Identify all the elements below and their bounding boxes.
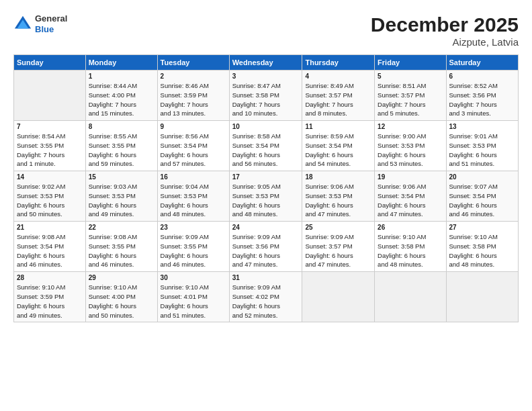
logo-text: General Blue — [35, 13, 67, 34]
day-cell: 17Sunrise: 9:05 AM Sunset: 3:53 PM Dayli… — [229, 171, 302, 222]
day-cell: 7Sunrise: 8:54 AM Sunset: 3:55 PM Daylig… — [14, 121, 86, 171]
day-number: 20 — [449, 173, 515, 181]
day-cell: 23Sunrise: 9:09 AM Sunset: 3:55 PM Dayli… — [157, 222, 229, 272]
day-number: 16 — [161, 173, 226, 181]
day-cell — [302, 272, 375, 322]
day-info: Sunrise: 9:09 AM Sunset: 3:55 PM Dayligh… — [161, 232, 226, 269]
day-number: 27 — [449, 224, 515, 231]
day-cell — [375, 272, 446, 322]
day-number: 6 — [449, 73, 515, 80]
day-number: 11 — [305, 123, 371, 130]
day-info: Sunrise: 9:03 AM Sunset: 3:53 PM Dayligh… — [89, 182, 154, 219]
day-number: 22 — [89, 224, 154, 231]
day-cell — [446, 272, 518, 322]
col-header-tuesday: Tuesday — [157, 55, 229, 71]
day-number: 1 — [89, 73, 154, 80]
day-cell: 25Sunrise: 9:09 AM Sunset: 3:57 PM Dayli… — [302, 222, 375, 272]
col-header-saturday: Saturday — [446, 55, 518, 71]
day-cell: 21Sunrise: 9:08 AM Sunset: 3:54 PM Dayli… — [14, 222, 86, 272]
day-cell: 31Sunrise: 9:09 AM Sunset: 4:02 PM Dayli… — [229, 272, 302, 322]
day-cell: 19Sunrise: 9:06 AM Sunset: 3:54 PM Dayli… — [375, 171, 446, 222]
day-info: Sunrise: 9:08 AM Sunset: 3:54 PM Dayligh… — [17, 232, 83, 269]
day-number: 25 — [305, 224, 371, 231]
day-cell: 6Sunrise: 8:52 AM Sunset: 3:56 PM Daylig… — [446, 71, 518, 121]
day-cell: 24Sunrise: 9:09 AM Sunset: 3:56 PM Dayli… — [229, 222, 302, 272]
week-row-0: 1Sunrise: 8:44 AM Sunset: 4:00 PM Daylig… — [14, 71, 519, 121]
day-info: Sunrise: 9:10 AM Sunset: 3:58 PM Dayligh… — [378, 232, 443, 269]
day-cell: 26Sunrise: 9:10 AM Sunset: 3:58 PM Dayli… — [375, 222, 446, 272]
day-info: Sunrise: 8:49 AM Sunset: 3:57 PM Dayligh… — [305, 81, 371, 118]
day-info: Sunrise: 9:09 AM Sunset: 3:57 PM Dayligh… — [305, 232, 371, 269]
day-cell: 3Sunrise: 8:47 AM Sunset: 3:58 PM Daylig… — [229, 71, 302, 121]
day-cell: 27Sunrise: 9:10 AM Sunset: 3:58 PM Dayli… — [446, 222, 518, 272]
day-number: 4 — [305, 73, 371, 80]
day-cell: 4Sunrise: 8:49 AM Sunset: 3:57 PM Daylig… — [302, 71, 375, 121]
logo-blue: Blue — [35, 24, 67, 35]
day-cell: 29Sunrise: 9:10 AM Sunset: 4:00 PM Dayli… — [85, 272, 157, 322]
day-cell: 30Sunrise: 9:10 AM Sunset: 4:01 PM Dayli… — [157, 272, 229, 322]
day-info: Sunrise: 9:04 AM Sunset: 3:53 PM Dayligh… — [161, 182, 226, 219]
day-number: 13 — [449, 123, 515, 130]
day-number: 3 — [232, 73, 300, 80]
day-info: Sunrise: 9:08 AM Sunset: 3:55 PM Dayligh… — [89, 232, 154, 269]
day-info: Sunrise: 9:01 AM Sunset: 3:53 PM Dayligh… — [449, 132, 515, 169]
day-cell: 10Sunrise: 8:58 AM Sunset: 3:54 PM Dayli… — [229, 121, 302, 171]
calendar-header-row: SundayMondayTuesdayWednesdayThursdayFrid… — [14, 55, 519, 71]
page-subtitle: Aizpute, Latvia — [371, 36, 519, 48]
day-number: 12 — [378, 123, 443, 130]
page-title: December 2025 — [371, 13, 519, 36]
day-number: 9 — [161, 123, 226, 130]
day-info: Sunrise: 9:02 AM Sunset: 3:53 PM Dayligh… — [17, 182, 83, 219]
day-number: 26 — [378, 224, 443, 231]
day-number: 28 — [17, 274, 83, 281]
week-row-3: 21Sunrise: 9:08 AM Sunset: 3:54 PM Dayli… — [14, 222, 519, 272]
col-header-wednesday: Wednesday — [229, 55, 302, 71]
day-info: Sunrise: 9:10 AM Sunset: 3:58 PM Dayligh… — [449, 232, 515, 269]
day-number: 29 — [89, 274, 154, 281]
day-number: 30 — [161, 274, 226, 281]
page-header: General Blue December 2025 Aizpute, Latv… — [13, 13, 519, 48]
logo-general: General — [35, 13, 67, 24]
day-cell: 9Sunrise: 8:56 AM Sunset: 3:54 PM Daylig… — [157, 121, 229, 171]
day-info: Sunrise: 9:00 AM Sunset: 3:53 PM Dayligh… — [378, 132, 443, 169]
day-info: Sunrise: 8:51 AM Sunset: 3:57 PM Dayligh… — [378, 81, 443, 118]
day-info: Sunrise: 8:56 AM Sunset: 3:54 PM Dayligh… — [161, 132, 226, 169]
day-number: 7 — [17, 123, 83, 130]
logo: General Blue — [13, 13, 67, 34]
day-cell: 2Sunrise: 8:46 AM Sunset: 3:59 PM Daylig… — [157, 71, 229, 121]
calendar-table: SundayMondayTuesdayWednesdayThursdayFrid… — [13, 54, 519, 322]
day-cell: 11Sunrise: 8:59 AM Sunset: 3:54 PM Dayli… — [302, 121, 375, 171]
day-cell — [14, 71, 86, 121]
day-info: Sunrise: 8:46 AM Sunset: 3:59 PM Dayligh… — [161, 81, 226, 118]
day-cell: 8Sunrise: 8:55 AM Sunset: 3:55 PM Daylig… — [85, 121, 157, 171]
day-info: Sunrise: 9:05 AM Sunset: 3:53 PM Dayligh… — [232, 182, 300, 219]
day-number: 17 — [232, 173, 300, 181]
day-number: 14 — [17, 173, 83, 181]
day-info: Sunrise: 9:09 AM Sunset: 4:02 PM Dayligh… — [232, 283, 300, 320]
title-block: December 2025 Aizpute, Latvia — [371, 13, 519, 48]
day-info: Sunrise: 8:58 AM Sunset: 3:54 PM Dayligh… — [232, 132, 300, 169]
day-info: Sunrise: 9:07 AM Sunset: 3:54 PM Dayligh… — [449, 182, 515, 219]
day-number: 18 — [305, 173, 371, 181]
day-info: Sunrise: 8:47 AM Sunset: 3:58 PM Dayligh… — [232, 81, 300, 118]
col-header-monday: Monday — [85, 55, 157, 71]
day-info: Sunrise: 9:10 AM Sunset: 4:01 PM Dayligh… — [161, 283, 226, 320]
day-info: Sunrise: 9:10 AM Sunset: 3:59 PM Dayligh… — [17, 283, 83, 320]
day-cell: 5Sunrise: 8:51 AM Sunset: 3:57 PM Daylig… — [375, 71, 446, 121]
day-cell: 12Sunrise: 9:00 AM Sunset: 3:53 PM Dayli… — [375, 121, 446, 171]
day-info: Sunrise: 9:09 AM Sunset: 3:56 PM Dayligh… — [232, 232, 300, 269]
day-info: Sunrise: 8:44 AM Sunset: 4:00 PM Dayligh… — [89, 81, 154, 118]
day-cell: 22Sunrise: 9:08 AM Sunset: 3:55 PM Dayli… — [85, 222, 157, 272]
day-cell: 15Sunrise: 9:03 AM Sunset: 3:53 PM Dayli… — [85, 171, 157, 222]
day-info: Sunrise: 8:59 AM Sunset: 3:54 PM Dayligh… — [305, 132, 371, 169]
day-info: Sunrise: 8:55 AM Sunset: 3:55 PM Dayligh… — [89, 132, 154, 169]
day-info: Sunrise: 9:10 AM Sunset: 4:00 PM Dayligh… — [89, 283, 154, 320]
week-row-1: 7Sunrise: 8:54 AM Sunset: 3:55 PM Daylig… — [14, 121, 519, 171]
day-number: 19 — [378, 173, 443, 181]
logo-icon — [13, 15, 32, 34]
week-row-4: 28Sunrise: 9:10 AM Sunset: 3:59 PM Dayli… — [14, 272, 519, 322]
day-cell: 16Sunrise: 9:04 AM Sunset: 3:53 PM Dayli… — [157, 171, 229, 222]
day-cell: 1Sunrise: 8:44 AM Sunset: 4:00 PM Daylig… — [85, 71, 157, 121]
col-header-friday: Friday — [375, 55, 446, 71]
day-number: 8 — [89, 123, 154, 130]
